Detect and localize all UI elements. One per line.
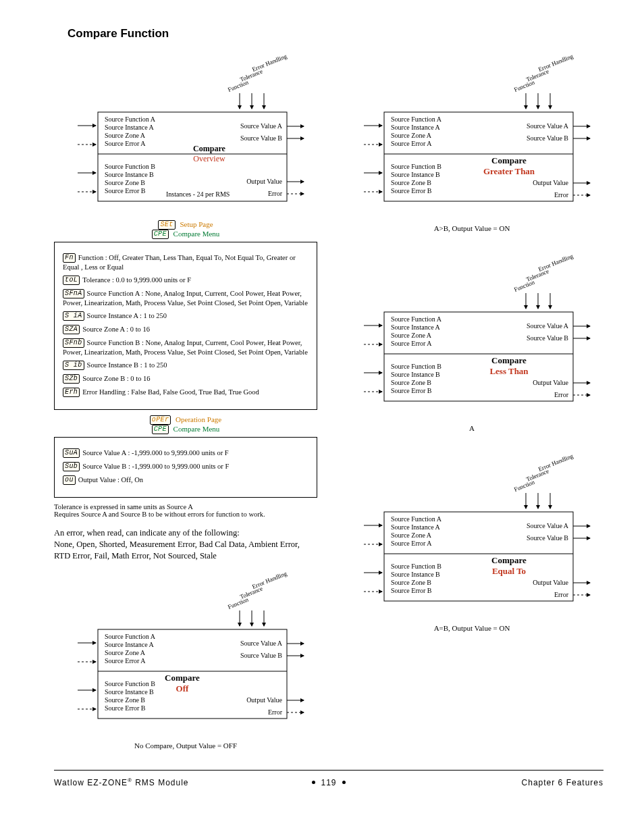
bullet-icon	[312, 781, 315, 784]
svg-text:Source Zone A: Source Zone A	[105, 649, 146, 656]
svg-text:Compare: Compare	[491, 355, 527, 365]
svg-text:Source Instance A: Source Instance A	[391, 124, 441, 131]
svg-text:Error: Error	[268, 190, 283, 197]
svg-text:Function: Function	[513, 78, 536, 93]
param-line: ErhError Handling : False Bad, False Goo…	[63, 388, 308, 397]
svg-text:Off: Off	[176, 683, 189, 694]
svg-text:Source Function A: Source Function A	[391, 115, 442, 123]
param-line: SuASource Value A : -1,999.000 to 9,999.…	[63, 448, 308, 458]
param-text: Error Handling : False Bad, False Good, …	[82, 388, 259, 396]
svg-text:Source Value A: Source Value A	[527, 522, 569, 529]
svg-text:Source Value A: Source Value A	[527, 322, 569, 330]
svg-text:Source Zone B: Source Zone B	[391, 379, 431, 386]
svg-text:Error: Error	[554, 191, 569, 199]
display-code: S ib	[63, 361, 84, 370]
error-prose: An error, when read, can indicate any of…	[54, 527, 317, 562]
mode-caption: A	[340, 424, 603, 432]
svg-text:Source Error B: Source Error B	[391, 387, 432, 394]
page-footer: Watlow EZ-ZONE® RMS Module 119 Chapter 6…	[54, 770, 603, 787]
svg-text:Source Function A: Source Function A	[105, 633, 156, 640]
svg-text:Source Instance B: Source Instance B	[391, 371, 440, 378]
svg-text:Source Zone A: Source Zone A	[391, 132, 432, 139]
svg-text:Source Instance B: Source Instance B	[391, 571, 440, 578]
mode-caption: A>B, Output Value = ON	[340, 224, 603, 232]
svg-text:Source Error B: Source Error B	[391, 187, 432, 194]
display-code: S iA	[63, 311, 84, 321]
svg-text:Output Value: Output Value	[533, 179, 568, 186]
svg-text:Source Function B: Source Function B	[391, 563, 441, 570]
svg-text:Source Zone B: Source Zone B	[105, 179, 145, 186]
svg-text:Source Function B: Source Function B	[391, 163, 441, 170]
svg-text:Source Zone A: Source Zone A	[391, 332, 432, 339]
svg-text:Function: Function	[513, 478, 536, 492]
svg-text:Compare: Compare	[491, 555, 527, 565]
display-code: Sub	[63, 462, 80, 471]
setup-param-box: FnFunction : Off, Greater Than, Less Tha…	[54, 242, 317, 410]
svg-text:Output Value: Output Value	[246, 178, 282, 185]
svg-text:Source Value B: Source Value B	[527, 534, 568, 542]
svg-text:Source Function A: Source Function A	[391, 515, 442, 523]
svg-text:Output Value: Output Value	[533, 579, 568, 586]
compare-menu-code-2: CPE	[152, 425, 169, 434]
display-code: SuA	[63, 448, 80, 458]
mode-diagram: Error Handling Tolerance Function Source…	[340, 45, 597, 220]
svg-text:Function: Function	[513, 278, 536, 292]
display-code: SFnA	[63, 289, 84, 298]
operation-header: oPEr Operation Page CPE Compare Menu	[54, 415, 317, 434]
display-code: Fn	[63, 253, 76, 263]
svg-text:Overview: Overview	[193, 154, 225, 163]
svg-text:Source Zone A: Source Zone A	[391, 531, 432, 539]
svg-text:Source Function B: Source Function B	[105, 163, 155, 170]
setup-header: SEt Setup Page CPE Compare Menu	[54, 220, 317, 239]
off-caption: No Compare, Output Value = OFF	[54, 741, 317, 750]
svg-text:Source Value B: Source Value B	[240, 134, 282, 142]
svg-text:Error: Error	[554, 591, 569, 598]
svg-text:Function: Function	[227, 596, 250, 610]
param-line: toLTolerance : 0.0 to 9,999.000 units or…	[63, 276, 308, 285]
mode-diagram: Error Handling Tolerance Function Source…	[340, 244, 597, 420]
svg-text:Function: Function	[227, 78, 250, 93]
svg-text:Source Error A: Source Error A	[391, 140, 432, 147]
param-line: SZbSource Zone B : 0 to 16	[63, 374, 308, 384]
param-line: SubSource Value B : -1,999.000 to 9,999.…	[63, 462, 308, 471]
param-text: Source Instance B : 1 to 250	[87, 361, 167, 369]
overview-diagram: Error Handling Tolerance Function Source…	[54, 45, 311, 220]
svg-text:Source Instance A: Source Instance A	[105, 124, 155, 131]
display-code: ou	[63, 475, 76, 485]
svg-text:Source Function A: Source Function A	[105, 115, 156, 123]
svg-text:Source Error B: Source Error B	[391, 587, 432, 594]
param-text: Source Function B : None, Analog Input, …	[63, 339, 308, 356]
svg-text:Source Error A: Source Error A	[105, 140, 146, 147]
param-line: SZASource Zone A : 0 to 16	[63, 325, 308, 334]
svg-text:Source Zone A: Source Zone A	[105, 132, 146, 139]
display-code: SZA	[63, 325, 80, 334]
display-code: SZb	[63, 374, 80, 384]
param-line: S iASource Instance A : 1 to 250	[63, 311, 308, 321]
svg-text:Source Value B: Source Value B	[527, 134, 568, 142]
svg-text:Output Value: Output Value	[246, 696, 282, 704]
svg-text:Source Function B: Source Function B	[391, 363, 441, 370]
param-text: Source Instance A : 1 to 250	[87, 312, 167, 319]
oper-param-box: SuASource Value A : -1,999.000 to 9,999.…	[54, 437, 317, 498]
svg-text:Source Instance B: Source Instance B	[105, 688, 154, 696]
off-diagram: Error Handling Tolerance Function Source…	[54, 562, 311, 737]
svg-text:Error: Error	[554, 391, 569, 398]
svg-text:Source Function A: Source Function A	[391, 315, 442, 323]
param-line: SFnbSource Function B : None, Analog Inp…	[63, 338, 308, 357]
page-title: Compare Function	[68, 27, 603, 41]
svg-text:Output Value: Output Value	[533, 379, 568, 386]
oper-page-code: oPEr	[150, 415, 171, 425]
svg-text:Compare: Compare	[491, 155, 527, 165]
svg-text:Source Value A: Source Value A	[240, 122, 283, 130]
svg-text:Source Error B: Source Error B	[105, 187, 146, 194]
svg-text:Source Instance A: Source Instance A	[391, 523, 441, 531]
svg-text:Equal To: Equal To	[492, 566, 526, 576]
svg-text:Less Than: Less Than	[489, 366, 529, 376]
param-text: Source Zone B : 0 to 16	[82, 375, 150, 382]
param-line: FnFunction : Off, Greater Than, Less Tha…	[63, 253, 308, 271]
mode-diagram: Error Handling Tolerance Function Source…	[340, 444, 597, 620]
svg-text:Source Error A: Source Error A	[391, 340, 432, 347]
param-text: Source Value A : -1,999.000 to 9,999.000…	[82, 449, 229, 457]
svg-text:Source Instance B: Source Instance B	[105, 171, 154, 178]
param-line: S ibSource Instance B : 1 to 250	[63, 361, 308, 370]
